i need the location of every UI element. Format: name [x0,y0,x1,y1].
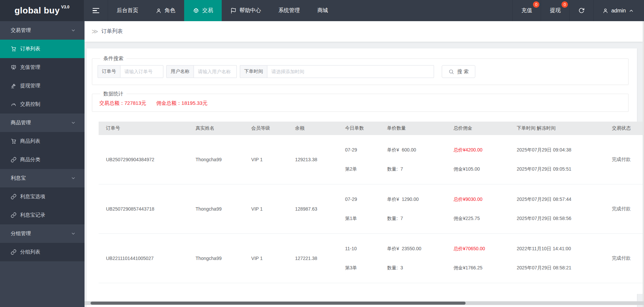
sidebar-group-group-management[interactable]: 分组管理 [0,224,85,243]
app-logo: global buy V3.0 [0,0,84,21]
gavel-icon [11,83,16,89]
sidebar-item-goods-list[interactable]: 商品列表 [0,132,85,150]
cell-order-no: UB2507290857443718 [99,184,196,234]
nav-item-system[interactable]: 系统管理 [270,0,309,21]
main-content: 条件搜索 订单号 用户名称 下单时间 搜 索 [85,42,644,307]
gauge-icon [11,101,16,107]
sidebar-group-interest-treasure[interactable]: 利息宝 [0,169,85,187]
stats-panel: 数据统计 交易总额：727813元 佣金总额：18195.33元 [92,91,629,112]
order-time-label: 下单时间 [240,65,267,78]
cell-member-level: VIP 1 [251,184,295,234]
logo-text: global buy [14,5,60,16]
search-row: 订单号 用户名称 下单时间 搜 索 [98,65,628,78]
admin-menu[interactable]: admin [593,0,644,21]
vertical-scrollbar-track[interactable] [643,21,644,307]
sidebar-item-goods-category[interactable]: 商品分类 [0,150,85,169]
user-name-field-group: 用户名称 [166,65,237,78]
chevron-down-icon [71,120,76,125]
page-title: 订单列表 [101,28,123,35]
cell-times: 2022年11月10日 14:27:00 2022年11月10日 14:28:2… [517,283,612,294]
chevron-down-icon [71,28,76,33]
double-chevron-icon: ≫ [92,28,98,35]
cell-real-name: Thongcha99 [196,283,251,294]
col-total-commission: 总价佣金 [453,122,517,135]
sidebar-item-interest-options[interactable]: 利息宝选项 [0,187,85,206]
flag-icon [230,8,236,14]
sidebar-group-goods-management[interactable]: 商品管理 [0,114,85,132]
table-row: UB2507290904384972 Thongcha99 VIP 1 1292… [99,135,643,184]
sidebar: 交易管理 订单列表 充值管理 提现管理 交易控制 商品管理 商品列表 商品分类 … [0,21,85,307]
cell-unit-price-qty: 单价¥ 23550.00 数量: 3 [387,234,453,283]
link-icon [11,194,16,200]
order-time-input[interactable] [267,65,434,78]
sidebar-item-withdraw-management[interactable]: 提现管理 [0,77,85,95]
user-icon [602,8,608,14]
nav-item-mall[interactable]: 商城 [309,0,337,21]
cart-icon [11,138,16,144]
recharge-button[interactable]: 充值 0 [512,0,541,21]
cell-trade-status: 完成付款 [612,184,643,234]
cell-today-orders: 11-10 第2单 [345,283,387,294]
chevron-down-icon [71,176,76,181]
sidebar-item-trade-control[interactable]: 交易控制 [0,95,85,114]
cell-real-name: Thongcha99 [196,184,251,234]
cell-balance: 128987.63 [295,184,345,234]
refresh-button[interactable] [569,0,593,21]
nav-item-dashboard[interactable]: 后台首页 [108,0,147,21]
link-icon [11,249,16,255]
table-row: UB2507290857443718 Thongcha99 VIP 1 1289… [99,184,643,234]
sidebar-toggle-button[interactable] [84,0,108,21]
orders-table: 订单号 真实姓名 会员等级 余额 今日单数 单价数量 总价佣金 下单时间 解冻时… [99,122,643,294]
user-name-label: 用户名称 [166,65,194,78]
stats-panel-legend: 数据统计 [100,91,126,97]
search-panel: 条件搜索 订单号 用户名称 下单时间 搜 索 [92,55,629,85]
col-unit-price-qty: 单价数量 [387,122,453,135]
cell-trade-status: 完成付款 [612,234,643,283]
nav-item-trade[interactable]: 交易 [184,0,222,21]
logo-version: V3.0 [61,5,69,9]
navbar-right: 充值 0 提现 0 admin [512,0,644,21]
col-member-level: 会员等级 [251,122,295,135]
content-card: 条件搜索 订单号 用户名称 下单时间 搜 索 [87,48,637,307]
withdraw-button[interactable]: 提现 0 [541,0,569,21]
search-panel-legend: 条件搜索 [100,55,126,62]
col-real-name: 真实姓名 [196,122,251,135]
col-times: 下单时间 解冻时间 [517,122,612,135]
withdraw-badge: 0 [561,1,568,8]
cell-trade-status: 完成付款 [612,135,643,184]
cell-times: 2025年07月29日 09:04:38 2025年07月29日 09:05:5… [517,135,612,184]
chevron-down-icon [71,231,76,236]
board-icon [11,64,16,70]
sidebar-item-order-list[interactable]: 订单列表 [0,40,85,58]
sidebar-item-recharge-management[interactable]: 充值管理 [0,58,85,77]
table-header: 订单号 真实姓名 会员等级 余额 今日单数 单价数量 总价佣金 下单时间 解冻时… [99,122,643,135]
order-no-field-group: 订单号 [98,65,163,78]
cell-total-commission: 总价¥9030.00 佣金¥225.75 [453,184,517,234]
table-body: UB2507290904384972 Thongcha99 VIP 1 1292… [99,135,643,294]
cell-balance: 129213.38 [295,135,345,184]
link-icon [11,157,16,163]
nav-item-help-center[interactable]: 帮助中心 [222,0,270,21]
cell-trade-status: 完成付款 [612,283,643,294]
table-row: UB2211101441005027 Thongcha99 VIP 1 1272… [99,234,643,283]
cell-balance: 127221.38 [295,234,345,283]
cell-total-commission: 总价¥4200.00 佣金¥105.00 [453,135,517,184]
col-balance: 余额 [295,122,345,135]
user-name-input[interactable] [194,65,237,78]
cell-today-orders: 11-10 第3单 [345,234,387,283]
horizontal-scrollbar-thumb[interactable] [91,302,466,305]
col-order-no: 订单号 [99,122,196,135]
order-no-input[interactable] [120,65,163,78]
hamburger-icon [93,7,99,15]
sidebar-item-interest-records[interactable]: 利息宝记录 [0,206,85,224]
sidebar-group-trade-management[interactable]: 交易管理 [0,21,85,40]
cell-unit-price-qty: 单价¥ 1290.00 数量: 7 [387,184,453,234]
cell-member-level: VIP 1 [251,283,295,294]
search-button[interactable]: 搜 索 [442,65,475,78]
cell-order-no: UB2507290904384972 [99,135,196,184]
nav-item-roles[interactable]: 角色 [147,0,184,21]
sidebar-item-group-list[interactable]: 分组列表 [0,243,85,261]
col-today-orders: 今日单数 [345,122,387,135]
cell-unit-price-qty: 单价¥ 16900.00 数量: 1 [387,283,453,294]
stats-line: 交易总额：727813元 佣金总额：18195.33元 [98,100,628,106]
